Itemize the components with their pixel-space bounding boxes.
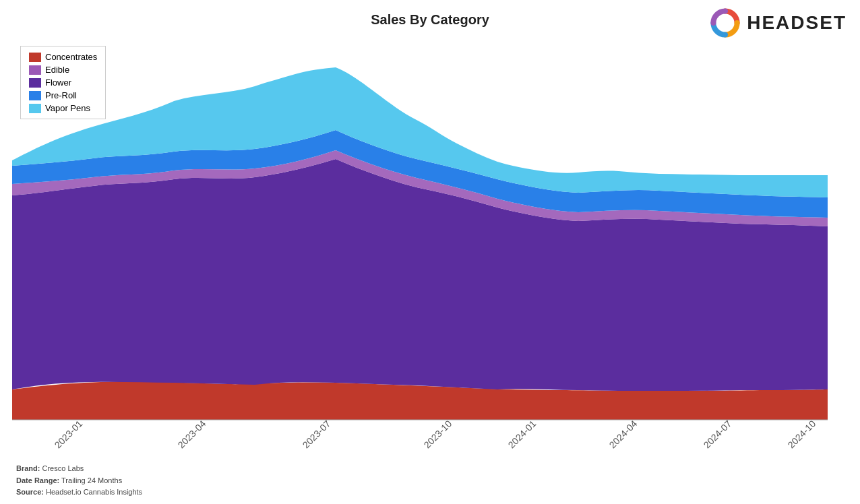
x-label-2023-04: 2023-04 — [176, 418, 208, 450]
x-label-2023-01: 2023-01 — [53, 418, 85, 450]
source-label: Source: — [16, 488, 44, 496]
date-range-label: Date Range: — [16, 476, 59, 484]
logo-area: HEADSET — [709, 7, 847, 39]
source-value: Headset.io Cannabis Insights — [46, 488, 142, 496]
x-label-2024-07: 2024-07 — [702, 418, 734, 450]
x-label-2023-07: 2023-07 — [301, 418, 333, 450]
headset-logo-icon — [709, 7, 741, 39]
x-label-2024-01: 2024-01 — [506, 418, 539, 450]
chart-container: Sales By Category HEADSET Concentrates E… — [0, 0, 860, 504]
x-label-2024-04: 2024-04 — [607, 418, 640, 450]
x-label-2024-10: 2024-10 — [786, 418, 818, 450]
date-range-value: Trailing 24 Months — [61, 476, 122, 484]
x-label-2023-10: 2023-10 — [422, 418, 454, 450]
logo-text: HEADSET — [747, 12, 847, 34]
svg-point-1 — [719, 16, 732, 29]
chart-footer: Brand: Cresco Labs Date Range: Trailing … — [16, 463, 142, 499]
chart-svg: 2023-01 2023-04 2023-07 2023-10 2024-01 … — [12, 39, 828, 457]
brand-label: Brand: — [16, 464, 40, 472]
brand-value: Cresco Labs — [42, 464, 84, 472]
